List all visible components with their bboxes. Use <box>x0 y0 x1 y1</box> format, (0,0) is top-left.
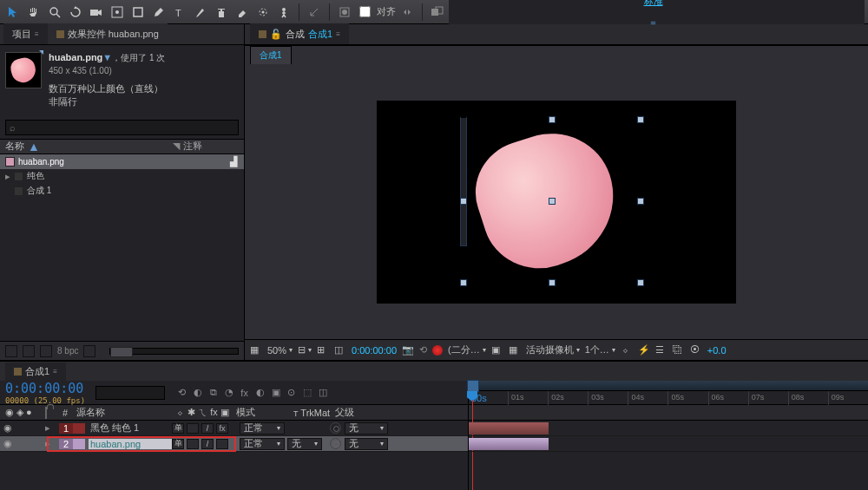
rotate-tool-icon[interactable] <box>66 3 85 22</box>
timeline-btn[interactable]: ☰ <box>655 344 667 356</box>
eraser-tool-icon[interactable] <box>233 3 252 22</box>
layer-petal[interactable] <box>479 135 615 265</box>
project-search[interactable]: ⌕ <box>5 120 239 135</box>
composition-canvas[interactable] <box>377 101 736 304</box>
puppet-tool-icon[interactable] <box>274 3 293 22</box>
handle-bl[interactable] <box>460 279 467 286</box>
handle-mr[interactable] <box>637 198 644 205</box>
anchor-tool-icon[interactable] <box>108 3 127 22</box>
adj-icon[interactable]: ◐ <box>253 386 266 399</box>
handle-tl[interactable] <box>460 116 467 246</box>
shape-tool-icon[interactable] <box>128 3 148 22</box>
snap-options-icon[interactable] <box>398 3 417 22</box>
workspace-standard[interactable]: 标准 <box>644 0 663 8</box>
comp-shy-icon[interactable]: ◐ <box>191 386 204 399</box>
thumb-slider[interactable] <box>109 348 239 355</box>
brush-tool-icon[interactable] <box>191 3 210 22</box>
handle-bc[interactable] <box>549 279 556 286</box>
new-comp-icon[interactable] <box>40 345 52 357</box>
list-item[interactable]: ▸ 纯色 <box>0 169 244 184</box>
graph-icon[interactable]: fx <box>238 386 251 399</box>
res-half-btn[interactable]: ⊟▾ <box>298 344 312 356</box>
color-depth[interactable]: 8 bpc <box>57 346 78 356</box>
layer-bar[interactable] <box>469 438 549 450</box>
hand-tool-icon[interactable] <box>24 3 43 22</box>
alpha-btn[interactable]: ▦ <box>250 344 262 356</box>
handle-ml[interactable] <box>460 198 467 205</box>
blend-mode[interactable]: 正常▾ <box>240 438 285 450</box>
handle-tc[interactable] <box>549 116 556 123</box>
fill-stroke-icon[interactable] <box>428 3 447 22</box>
transparency-btn[interactable]: ▦ <box>509 344 521 356</box>
motion-blur-icon[interactable]: ◔ <box>222 386 235 399</box>
trkmat-dropdown[interactable]: 无▾ <box>287 438 322 450</box>
roto-tool-icon[interactable] <box>253 3 273 22</box>
current-time[interactable]: 0:00:00:00 <box>352 345 397 356</box>
time-navigator[interactable] <box>469 381 868 391</box>
anchor-point[interactable] <box>549 198 556 205</box>
snapshot-icon[interactable]: 📷 <box>402 344 414 356</box>
visibility-toggle[interactable]: ◉ <box>0 438 16 449</box>
reset-exp-btn[interactable]: ⦿ <box>690 344 702 356</box>
3d-icon[interactable]: ▣ <box>269 386 282 399</box>
time-ruler[interactable]: 00s 01s 02s 03s 04s 05s 06s 07s 08s 09s <box>469 381 868 405</box>
layer-row[interactable]: ◉ ▸ 2 huaban.png 单/ 正常▾ 无▾ 无▾ <box>0 436 468 452</box>
trash-icon[interactable] <box>83 345 95 357</box>
flowchart-btn[interactable]: ⿻ <box>673 344 685 356</box>
color-channels-icon[interactable] <box>432 345 443 356</box>
twirl-icon[interactable]: ▸ <box>45 438 59 449</box>
fast-preview-btn[interactable]: ⚡ <box>638 344 650 356</box>
layer-color[interactable] <box>73 423 85 434</box>
timeline-tab[interactable]: 合成1 ≡ <box>5 363 66 381</box>
layer-color[interactable] <box>73 439 85 449</box>
handle-br[interactable] <box>637 279 644 286</box>
list-item[interactable]: 合成 1 <box>0 184 244 199</box>
track-row[interactable] <box>469 421 868 436</box>
grid-btn[interactable]: ⊞ <box>317 344 329 356</box>
mask-btn[interactable]: ◫ <box>334 344 346 356</box>
clone-tool-icon[interactable] <box>212 3 231 22</box>
layer-name[interactable]: 黑色 纯色 1 <box>89 421 172 434</box>
handle-tr[interactable] <box>637 116 644 123</box>
interpret-icon[interactable] <box>5 345 17 357</box>
tab-effect-controls[interactable]: 效果控件 huaban.png <box>48 23 168 44</box>
layer-bar[interactable] <box>469 422 549 434</box>
new-folder-icon[interactable] <box>23 345 35 357</box>
resolution-dropdown[interactable]: (二分…▾ <box>448 343 486 356</box>
track-row[interactable] <box>469 436 868 452</box>
mask-mode-icon[interactable] <box>335 3 354 22</box>
parent-dropdown[interactable]: 无▾ <box>345 422 388 434</box>
viewport[interactable] <box>245 64 868 339</box>
px-aspect-btn[interactable]: 🝔 <box>621 344 633 356</box>
lock-icon[interactable]: 🔓 <box>270 29 282 40</box>
layer-row[interactable]: ◉ ▸ 1 黑色 纯色 1 单/fx 正常▾ 无▾ <box>0 421 468 436</box>
draft-icon[interactable]: ◫ <box>316 386 329 399</box>
selection-tool-icon[interactable] <box>3 3 23 22</box>
views-dropdown[interactable]: 1个…▾ <box>585 343 615 356</box>
tab-project[interactable]: 项目≡ <box>3 23 48 44</box>
collapse-icon[interactable]: ⊙ <box>285 386 298 399</box>
zoom-tool-icon[interactable] <box>45 3 64 22</box>
asset-thumbnail[interactable] <box>5 52 42 88</box>
exposure-value[interactable]: +0.0 <box>707 345 727 356</box>
timeline-search[interactable] <box>95 386 165 400</box>
tab-composition[interactable]: 🔓 合成 合成1 ≡ <box>250 23 349 44</box>
quality-icon[interactable]: ⬚ <box>300 386 313 399</box>
visibility-toggle[interactable]: ◉ <box>0 422 16 434</box>
type-tool-icon[interactable]: T <box>170 3 189 22</box>
blend-mode[interactable]: 正常▾ <box>240 422 285 434</box>
layer-name[interactable]: huaban.png <box>89 439 172 449</box>
list-item[interactable]: huaban.png ▟ <box>0 154 244 169</box>
parent-dropdown[interactable]: 无▾ <box>345 438 388 450</box>
frame-blend-icon[interactable]: ⧉ <box>207 386 220 399</box>
snap-toggle[interactable]: 对齐 <box>356 3 396 20</box>
pickwhip-icon[interactable] <box>330 438 341 449</box>
pen-tool-icon[interactable] <box>149 3 168 22</box>
zoom-dropdown[interactable]: 50%▾ <box>267 345 293 356</box>
camera-dropdown[interactable]: 活动摄像机▾ <box>526 343 580 356</box>
twirl-icon[interactable]: ▸ <box>45 422 59 434</box>
camera-tool-icon[interactable] <box>87 3 106 22</box>
roi-btn[interactable]: ▣ <box>491 344 503 356</box>
axis-mode-icon[interactable] <box>305 3 324 22</box>
comp-subtab[interactable]: 合成1 <box>250 46 292 65</box>
